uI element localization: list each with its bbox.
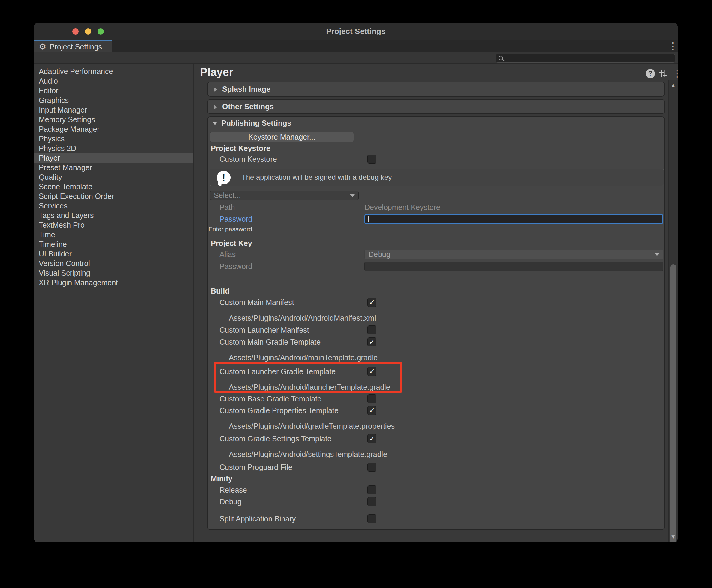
sidebar-item-physics[interactable]: Physics <box>34 134 193 143</box>
chevron-down-icon <box>655 253 659 256</box>
keystore-password-label: Password <box>219 214 252 224</box>
checkbox-custom-launcher-manifest[interactable]: ✓ <box>367 326 377 335</box>
checkbox-custom-base-gradle-template[interactable]: ✓ <box>367 394 377 403</box>
alias-dropdown[interactable]: Debug <box>364 250 664 259</box>
select-placeholder: Select... <box>214 191 241 200</box>
titlebar: Project Settings <box>34 23 678 40</box>
help-icon[interactable]: ? <box>646 69 655 78</box>
scrollbar-thumb[interactable] <box>670 264 676 542</box>
highlight-annotation <box>214 362 402 393</box>
debug-key-info-box: ! The application will be signed with a … <box>210 169 664 186</box>
sidebar-item-tags-and-layers[interactable]: Tags and Layers <box>34 211 193 220</box>
foldout-label: Splash Image <box>222 85 270 93</box>
sidebar-item-services[interactable]: Services <box>34 201 193 211</box>
sidebar-item-time[interactable]: Time <box>34 230 193 239</box>
panel-menu-icon[interactable]: ⋮ <box>672 69 678 78</box>
sidebar-item-package-manager[interactable]: Package Manager <box>34 124 193 134</box>
warning-icon: ! <box>217 171 230 185</box>
scroll-up-icon[interactable]: ▲ <box>669 82 678 89</box>
page-title: Player <box>200 66 233 79</box>
sidebar-item-graphics[interactable]: Graphics <box>34 96 193 105</box>
search-input[interactable] <box>495 54 675 63</box>
alias-value: Debug <box>368 250 390 259</box>
build-heading: Build <box>211 286 230 296</box>
build-row-label: Custom Gradle Settings Template <box>219 434 331 443</box>
vertical-scrollbar[interactable]: ▲ ▼ <box>669 80 678 542</box>
sidebar-item-physics-2d[interactable]: Physics 2D <box>34 143 193 153</box>
checkbox-minify-debug[interactable]: ✓ <box>367 497 377 506</box>
foldout-open-arrow-icon <box>212 122 217 125</box>
minify-debug-label: Debug <box>219 497 242 506</box>
build-row-path: Assets/Plugins/Android/settingsTemplate.… <box>229 449 387 459</box>
minify-heading: Minify <box>211 474 232 483</box>
sidebar-item-visual-scripting[interactable]: Visual Scripting <box>34 268 193 278</box>
tab-project-settings[interactable]: ⚙ Project Settings <box>34 40 112 52</box>
sidebar-item-script-execution-order[interactable]: Script Execution Order <box>34 191 193 201</box>
presets-icon[interactable] <box>659 69 667 79</box>
checkbox-custom-main-gradle-template[interactable]: ✓ <box>367 337 377 346</box>
foldout-other-settings[interactable]: Other Settings <box>207 99 665 114</box>
keystore-password-input[interactable] <box>364 214 664 224</box>
tab-label: Project Settings <box>49 41 102 52</box>
project-settings-window: Project Settings ⚙ Project Settings ⋮ Ad… <box>34 23 678 542</box>
minify-release-label: Release <box>219 485 247 495</box>
sidebar: Adaptive Performance Audio Editor Graphi… <box>34 64 193 542</box>
chevron-down-icon <box>350 194 355 197</box>
keystore-manager-button[interactable]: Keystore Manager... <box>210 132 354 142</box>
tabbar-menu-icon[interactable]: ⋮ <box>668 41 675 51</box>
sidebar-item-timeline[interactable]: Timeline <box>34 239 193 249</box>
foldout-label: Publishing Settings <box>221 119 291 127</box>
foldout-arrow-icon <box>214 105 217 109</box>
checkbox-custom-main-manifest[interactable]: ✓ <box>367 298 377 307</box>
foldout-splash-image[interactable]: Splash Image <box>207 82 665 97</box>
sidebar-item-player-selected[interactable]: Player <box>34 153 193 163</box>
gear-icon: ⚙ <box>39 41 46 52</box>
checkbox-custom-proguard-file[interactable]: ✓ <box>367 463 377 471</box>
sidebar-item-scene-template[interactable]: Scene Template <box>34 182 193 191</box>
build-row-label: Custom Gradle Properties Template <box>219 405 339 415</box>
sidebar-item-audio[interactable]: Audio <box>34 76 193 86</box>
sidebar-item-quality[interactable]: Quality <box>34 172 193 182</box>
build-row-path: Assets/Plugins/Android/AndroidManifest.x… <box>229 313 376 323</box>
checkbox-custom-gradle-settings-template[interactable]: ✓ <box>367 434 377 443</box>
foldout-arrow-icon <box>214 87 217 92</box>
build-row-label: Custom Main Manifest <box>219 298 294 307</box>
search-row <box>34 52 678 64</box>
build-row-label: Custom Base Gradle Template <box>219 394 322 403</box>
alias-label: Alias <box>219 250 236 259</box>
content-panel: Player ? ⋮ Splash Image Other Settings <box>194 64 678 542</box>
sidebar-item-preset-manager[interactable]: Preset Manager <box>34 163 193 172</box>
text-caret <box>368 216 369 222</box>
sidebar-item-ui-builder[interactable]: UI Builder <box>34 249 193 258</box>
sidebar-item-xr-plugin-management[interactable]: XR Plugin Management <box>34 278 193 288</box>
scroll-down-icon[interactable]: ▼ <box>669 533 678 540</box>
foldout-label: Other Settings <box>222 102 274 111</box>
sidebar-item-input-manager[interactable]: Input Manager <box>34 105 193 114</box>
build-row-label: Custom Proguard File <box>219 462 292 472</box>
checkbox-custom-keystore[interactable]: ✓ <box>367 154 377 164</box>
path-value: Development Keystore <box>364 203 440 212</box>
build-row-label: Custom Launcher Manifest <box>219 325 309 335</box>
checkbox-minify-release[interactable]: ✓ <box>367 485 377 495</box>
custom-keystore-label: Custom Keystore <box>219 154 277 164</box>
checkbox-custom-gradle-properties-template[interactable]: ✓ <box>367 406 377 415</box>
project-keystore-heading: Project Keystore <box>211 143 270 153</box>
path-label: Path <box>219 203 235 212</box>
keystore-select-dropdown[interactable]: Select... <box>210 191 359 200</box>
sidebar-item-memory-settings[interactable]: Memory Settings <box>34 114 193 124</box>
foldout-publishing-settings[interactable]: Publishing Settings <box>208 118 664 128</box>
tab-bar: ⚙ Project Settings ⋮ <box>34 40 678 52</box>
sidebar-item-adaptive-performance[interactable]: Adaptive Performance <box>34 67 193 76</box>
build-row-path: Assets/Plugins/Android/mainTemplate.grad… <box>229 353 378 362</box>
sidebar-item-version-control[interactable]: Version Control <box>34 258 193 268</box>
sidebar-item-textmesh-pro[interactable]: TextMesh Pro <box>34 220 193 230</box>
project-key-heading: Project Key <box>211 238 252 248</box>
checkbox-split-application-binary[interactable]: ✓ <box>367 514 377 523</box>
warning-text: The application will be signed with a de… <box>242 169 392 186</box>
key-password-label: Password <box>219 261 252 271</box>
window-title: Project Settings <box>34 23 678 40</box>
build-row-path: Assets/Plugins/Android/gradleTemplate.pr… <box>229 421 395 431</box>
scroll-view-edge <box>203 82 203 530</box>
key-password-input[interactable] <box>364 261 664 271</box>
sidebar-item-editor[interactable]: Editor <box>34 86 193 96</box>
